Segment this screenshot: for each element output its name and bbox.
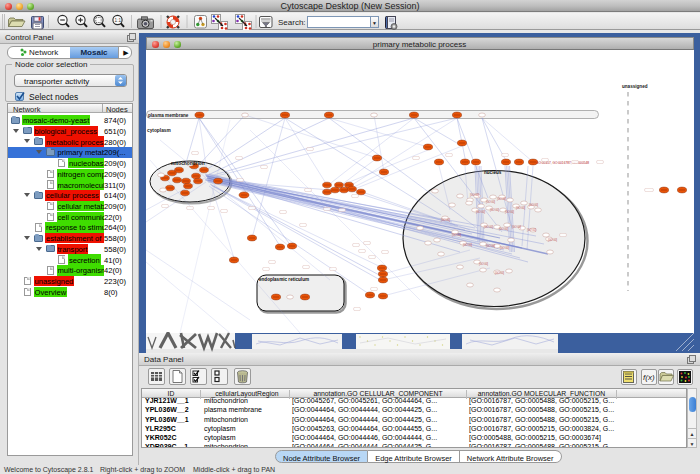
svg-text:[GO:00]: [GO:00]: [484, 225, 493, 229]
svg-text:[GO:00]: [GO:00]: [490, 208, 499, 212]
svg-text:nucleus: nucleus: [484, 170, 502, 175]
svg-text:[GO:00]: [GO:00]: [463, 243, 472, 247]
svg-text:[GO:00]: [GO:00]: [452, 233, 461, 237]
svg-text:f(x): f(x): [643, 373, 655, 382]
svg-text:[GO:00]: [GO:00]: [527, 228, 536, 232]
svg-text:[GO:00]: [GO:00]: [470, 193, 479, 197]
svg-text:[GO:00]: [GO:00]: [529, 203, 538, 207]
svg-text:cytoplasm: cytoplasm: [147, 128, 171, 133]
svg-text:[GO:00]: [GO:00]: [512, 225, 521, 229]
svg-text:[GO:00]: [GO:00]: [441, 218, 450, 222]
svg-text:[GO:00]: [GO:00]: [548, 238, 557, 242]
svg-text:[GO:00]: [GO:00]: [486, 200, 495, 204]
svg-text:[GO:00]: [GO:00]: [516, 206, 525, 210]
svg-text:[GO:00]: [GO:00]: [495, 271, 504, 275]
svg-text:1:1: 1:1: [115, 18, 122, 23]
svg-text:[GO:00]: [GO:00]: [479, 262, 488, 266]
svg-text:mitochondrion: mitochondrion: [171, 161, 205, 166]
svg-text:[GO:00]: [GO:00]: [497, 197, 506, 201]
svg-text:plasma membrane: plasma membrane: [148, 113, 189, 118]
svg-text:endoplasmic reticulum: endoplasmic reticulum: [259, 277, 309, 282]
svg-text:[GO:00]: [GO:00]: [499, 227, 508, 231]
svg-text:[GO:00]: [GO:00]: [505, 210, 514, 214]
svg-text:[GO:00]: [GO:00]: [486, 244, 495, 248]
svg-text:[GO:00]: [GO:00]: [500, 246, 509, 250]
svg-text:unassigned: unassigned: [622, 84, 648, 89]
svg-text:[GO:00]: [GO:00]: [476, 210, 485, 214]
